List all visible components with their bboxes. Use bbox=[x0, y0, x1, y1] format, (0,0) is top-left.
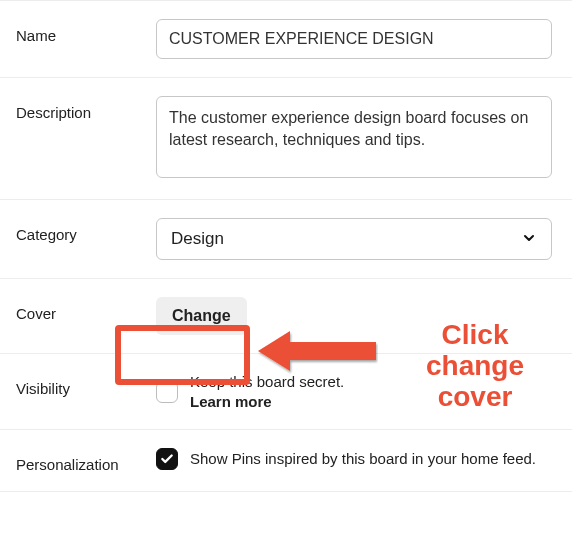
row-name: Name bbox=[0, 0, 572, 77]
visibility-description: Keep this board secret. bbox=[190, 373, 344, 390]
label-visibility: Visibility bbox=[16, 372, 156, 397]
name-input[interactable] bbox=[156, 19, 552, 59]
row-category: Category Design bbox=[0, 199, 572, 278]
row-description: Description The customer experience desi… bbox=[0, 77, 572, 199]
row-cover: Cover Change bbox=[0, 278, 572, 353]
row-visibility: Visibility Keep this board secret. Learn… bbox=[0, 353, 572, 429]
label-personalization: Personalization bbox=[16, 448, 156, 473]
visibility-checkbox[interactable] bbox=[156, 381, 178, 403]
change-cover-button[interactable]: Change bbox=[156, 297, 247, 335]
label-cover: Cover bbox=[16, 297, 156, 322]
category-selected-value: Design bbox=[171, 229, 224, 249]
visibility-text: Keep this board secret. Learn more bbox=[190, 372, 344, 411]
category-select[interactable]: Design bbox=[156, 218, 552, 260]
label-description: Description bbox=[16, 96, 156, 121]
row-personalization: Personalization Show Pins inspired by th… bbox=[0, 429, 572, 492]
description-textarea[interactable]: The customer experience design board foc… bbox=[156, 96, 552, 178]
chevron-down-icon bbox=[521, 230, 537, 249]
learn-more-link[interactable]: Learn more bbox=[190, 393, 272, 410]
label-category: Category bbox=[16, 218, 156, 243]
personalization-checkbox[interactable] bbox=[156, 448, 178, 470]
personalization-text: Show Pins inspired by this board in your… bbox=[190, 449, 536, 469]
label-name: Name bbox=[16, 19, 156, 44]
